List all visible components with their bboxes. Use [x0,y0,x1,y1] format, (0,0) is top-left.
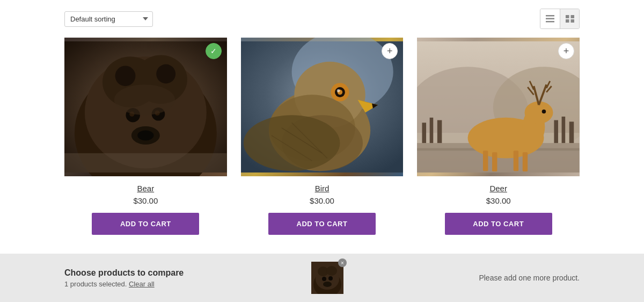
svg-rect-43 [430,118,434,143]
compare-message: Please add one more product. [479,274,580,282]
svg-point-19 [156,64,175,84]
product-card-bear: ✓ Bear $30.00 ADD TO CART [64,38,227,235]
svg-point-67 [323,282,332,287]
svg-rect-2 [546,21,554,23]
svg-rect-45 [554,120,559,143]
bear-image-svg [64,38,227,176]
svg-rect-5 [566,19,569,23]
products-grid: ✓ Bear $30.00 ADD TO CART [0,38,644,235]
selected-count: 1 products selected. [64,280,127,288]
add-to-cart-deer[interactable]: ADD TO CART [445,213,552,235]
add-to-cart-bird[interactable]: ADD TO CART [268,213,376,235]
bird-image-svg [241,38,404,176]
svg-point-32 [336,89,340,92]
product-image-deer: + [417,38,580,176]
svg-point-20 [114,84,175,115]
svg-rect-42 [422,123,427,143]
compare-bar-sub: 1 products selected. Clear all [64,280,301,288]
product-image-bear: ✓ [64,38,227,176]
svg-rect-47 [569,121,574,143]
svg-point-68 [322,277,326,281]
svg-rect-49 [483,150,488,171]
product-card-bird: + Bird $30.00 ADD TO CART [241,38,404,235]
product-card-deer: + Deer $30.00 ADD TO CART [417,38,580,235]
product-price-bird: $30.00 [241,196,404,205]
grid-view-button[interactable] [560,9,579,28]
view-toggle [540,9,580,29]
svg-rect-44 [437,120,442,143]
sort-select[interactable]: Default sorting Sort by popularity Sort … [64,11,153,27]
svg-point-18 [115,66,136,86]
svg-rect-51 [514,150,518,171]
compare-bar-info: Choose products to compare 1 products se… [64,268,301,288]
list-view-button[interactable] [540,9,560,28]
svg-rect-52 [523,152,528,171]
deer-image-svg [417,38,580,176]
product-image-bird: + [241,38,404,176]
page-wrapper: Default sorting Sort by popularity Sort … [0,0,644,302]
svg-rect-6 [570,19,574,23]
product-price-bear: $30.00 [64,196,227,205]
compare-button-deer[interactable]: + [558,43,574,59]
svg-point-28 [243,115,340,171]
svg-point-61 [542,110,546,114]
compare-button-bear[interactable]: ✓ [206,43,222,59]
thumb-close-button[interactable]: × [338,258,347,267]
svg-rect-3 [566,15,569,18]
clear-all-link[interactable]: Clear all [129,280,155,288]
product-name-deer[interactable]: Deer [417,184,580,193]
compare-bar: Choose products to compare 1 products se… [0,254,644,302]
svg-point-69 [328,276,333,281]
svg-point-66 [326,266,337,276]
svg-rect-21 [64,153,227,172]
svg-rect-1 [546,18,554,20]
compare-bar-message: Please add one more product. [343,274,580,282]
svg-rect-50 [492,152,497,171]
toolbar: Default sorting Sort by popularity Sort … [0,0,644,38]
compare-thumbnail: × [311,262,343,294]
compare-bar-title: Choose products to compare [64,268,301,278]
svg-rect-4 [570,15,574,18]
product-price-deer: $30.00 [417,196,580,205]
thumb-bear-image [311,262,343,294]
svg-rect-0 [546,15,554,17]
svg-point-13 [137,131,153,141]
product-name-bird[interactable]: Bird [241,184,404,193]
add-to-cart-bear[interactable]: ADD TO CART [92,213,199,235]
product-name-bear[interactable]: Bear [64,184,227,193]
svg-rect-46 [562,117,566,143]
